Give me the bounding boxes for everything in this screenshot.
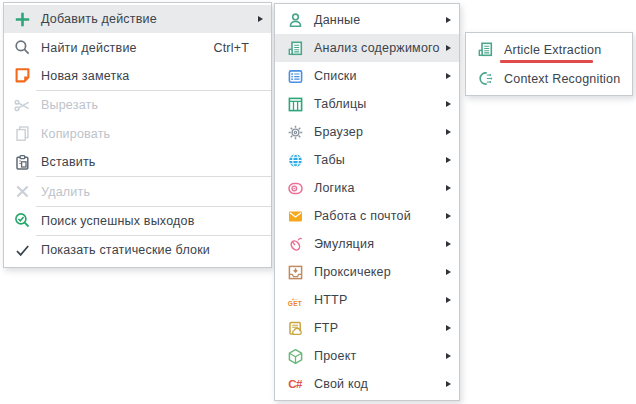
person-icon [286, 11, 304, 29]
menu-item-logic[interactable]: Логика [275, 174, 459, 202]
menu-item-label: Данные [314, 13, 360, 27]
submenu-arrow-icon [446, 185, 451, 191]
submenu-arrow-icon [446, 381, 451, 387]
submenu-arrow-icon [446, 73, 451, 79]
plus-icon [13, 10, 31, 28]
menu-item-tabs[interactable]: Табы [275, 146, 459, 174]
menu-item-data[interactable]: Данные [275, 6, 459, 34]
menu-item-context-recognition[interactable]: Context Recognition [466, 64, 632, 93]
gear-icon [286, 123, 304, 141]
menu-item-label: Списки [314, 69, 357, 83]
menu-item-emulation[interactable]: Эмуляция [275, 230, 459, 258]
menu-item-http[interactable]: ←GETHTTP [275, 286, 459, 314]
proxy-icon [286, 263, 304, 281]
menu-item-own-code[interactable]: C#Свой код [275, 370, 459, 398]
csharp-label: C# [288, 378, 302, 390]
submenu-arrow-icon [446, 213, 451, 219]
menu-item-new-note[interactable]: Новая заметка [4, 62, 271, 90]
search-icon [13, 39, 31, 57]
table-icon [286, 95, 304, 113]
submenu-arrow-icon [446, 129, 451, 135]
menu-item-label: Добавить действие [41, 12, 157, 26]
menu-item-content-analysis[interactable]: Анализ содержимого [275, 34, 459, 62]
menu-item-label: Показать статические блоки [41, 243, 210, 257]
list-icon [286, 67, 304, 85]
submenu-arrow-icon [446, 241, 451, 247]
menu-item-label: Проект [314, 349, 356, 363]
submenu-arrow-icon [446, 45, 451, 51]
menu-item-label: Копировать [41, 127, 110, 141]
menu-item-label: FTP [314, 321, 338, 335]
project-icon [286, 347, 304, 365]
menu-item-add-action[interactable]: Добавить действие [4, 5, 271, 33]
submenu-arrow-icon [446, 269, 451, 275]
note-icon [13, 67, 31, 85]
menu-item-ftp[interactable]: FTP [275, 314, 459, 342]
mail-icon [286, 207, 304, 225]
menu-item-label: Context Recognition [504, 72, 620, 86]
menu-item-label: Удалить [41, 185, 90, 199]
menu-item-label: Вырезать [41, 98, 98, 112]
menu-item-label: Таблицы [314, 97, 366, 111]
context-icon [476, 70, 494, 88]
menu-item-label: Логика [314, 181, 355, 195]
submenu-arrow-icon [446, 17, 451, 23]
article-icon [476, 41, 494, 59]
menu-item-show-static-blocks[interactable]: Показать статические блоки [4, 236, 271, 264]
logic-icon [286, 179, 304, 197]
submenu-arrow-icon [446, 353, 451, 359]
menu-item-lists[interactable]: Списки [275, 62, 459, 90]
csharp-icon: C# [286, 375, 304, 393]
menu-item-label: Article Extraction [504, 43, 601, 57]
menu-item-label: Анализ содержимого [314, 41, 440, 55]
submenu-add-action: ДанныеАнализ содержимогоСпискиТаблицыБра… [274, 3, 460, 401]
check-icon [13, 241, 31, 259]
submenu-arrow-icon [258, 16, 263, 22]
menu-item-search-successful-exits[interactable]: Поиск успешных выходов [4, 207, 271, 235]
menu-item-cut: Вырезать [4, 91, 271, 119]
globe-icon [286, 151, 304, 169]
submenu-arrow-icon [446, 297, 451, 303]
submenu-arrow-icon [446, 325, 451, 331]
menu-item-label: Найти действие [41, 41, 137, 55]
menu-item-delete: Удалить [4, 177, 271, 205]
submenu-arrow-icon [446, 157, 451, 163]
delete-icon [13, 183, 31, 201]
menu-item-browser[interactable]: Браузер [275, 118, 459, 146]
menu-item-paste[interactable]: Вставить [4, 148, 271, 176]
menu-item-copy: Копировать [4, 120, 271, 148]
menu-item-label: Новая заметка [41, 69, 130, 83]
shortcut-label: Ctrl+T [213, 41, 249, 55]
menu-item-article-extraction[interactable]: Article Extraction [466, 35, 632, 64]
menu-item-label: Браузер [314, 125, 363, 139]
menu-item-proxychecker[interactable]: Проксичекер [275, 258, 459, 286]
search-success-icon [13, 212, 31, 230]
menu-item-find-action[interactable]: Найти действиеCtrl+T [4, 33, 271, 61]
copy-icon [13, 125, 31, 143]
red-underline [500, 60, 593, 63]
menu-item-mail[interactable]: Работа с почтой [275, 202, 459, 230]
menu-item-label: Эмуляция [314, 237, 374, 251]
get-label: GET [288, 301, 302, 308]
submenu-content-analysis: Article ExtractionContext Recognition [465, 32, 633, 96]
mouse-icon [286, 235, 304, 253]
context-menu-main: Добавить действиеНайти действиеCtrl+TНов… [3, 2, 272, 268]
menu-item-label: Табы [314, 153, 345, 167]
paste-icon [13, 153, 31, 171]
menu-item-tables[interactable]: Таблицы [275, 90, 459, 118]
submenu-arrow-icon [446, 101, 451, 107]
ftp-icon [286, 319, 304, 337]
screen: Добавить действиеНайти действиеCtrl+TНов… [0, 0, 636, 404]
http-get-icon: ←GET [286, 291, 304, 309]
menu-item-label: Свой код [314, 377, 368, 391]
cut-icon [13, 96, 31, 114]
menu-item-label: Работа с почтой [314, 209, 411, 223]
menu-item-label: Проксичекер [314, 265, 391, 279]
article-icon [286, 39, 304, 57]
menu-item-label: Поиск успешных выходов [41, 214, 195, 228]
menu-item-label: Вставить [41, 155, 96, 169]
menu-item-label: HTTP [314, 293, 347, 307]
menu-item-project[interactable]: Проект [275, 342, 459, 370]
